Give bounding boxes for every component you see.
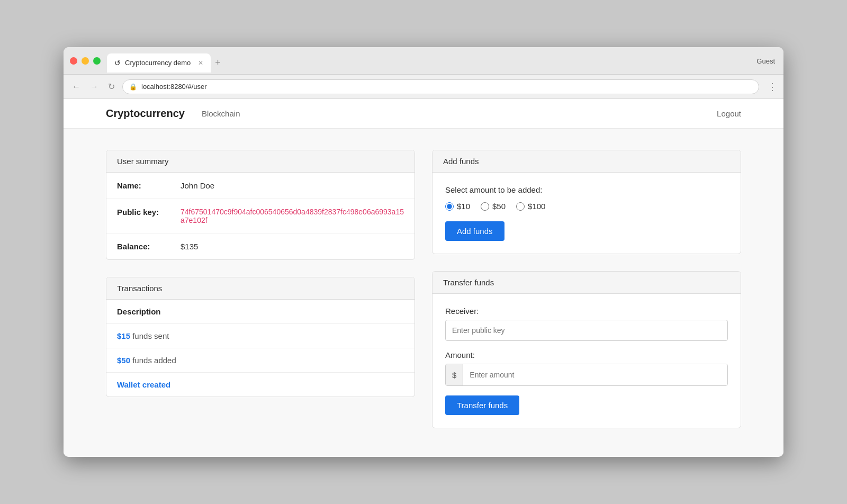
transactions-body: Description $15 funds sent $50 funds add… [106,300,415,397]
name-value: John Doe [181,181,214,190]
transfer-funds-card: Transfer funds Receiver: Amount: $ [432,271,741,428]
dollar-prefix: $ [446,364,463,385]
balance-value: $135 [181,242,198,251]
guest-label: Guest [756,57,775,65]
public-key-value: 74f67501470c9f904afc006540656d0a4839f283… [181,208,404,224]
name-row: Name: John Doe [106,173,415,199]
app-content: User summary Name: John Doe Public key: … [64,129,783,457]
reload-button[interactable]: ↻ [106,79,117,94]
transactions-header: Transactions [106,277,415,300]
balance-label: Balance: [117,242,181,251]
add-funds-card: Add funds Select amount to be added: $10… [432,150,741,254]
tx-amount-1: $50 [117,356,130,365]
traffic-lights [70,57,101,65]
address-bar: ← → ↻ 🔒 localhost:8280/#/user ⋮ [64,75,783,99]
select-amount-label: Select amount to be added: [445,185,728,194]
app-header: Cryptocurrency Blockchain Logout [64,99,783,129]
receiver-input[interactable] [445,320,728,341]
left-column: User summary Name: John Doe Public key: … [106,150,415,428]
app-title: Cryptocurrency [106,107,185,120]
radio-label-50: $50 [492,202,506,211]
user-summary-card: User summary Name: John Doe Public key: … [106,150,415,260]
user-summary-body: Name: John Doe Public key: 74f67501470c9… [106,173,415,259]
amount-group: Amount: $ [445,350,728,386]
radio-10[interactable] [445,202,454,211]
radio-label-100: $100 [528,202,545,211]
new-tab-button[interactable]: + [215,57,221,68]
add-funds-button[interactable]: Add funds [445,221,504,241]
minimize-button[interactable] [82,57,89,65]
tx-amount-0: $15 [117,331,130,340]
radio-option-10[interactable]: $10 [445,202,470,211]
browser-tab[interactable]: ↺ Cryptocurrency demo ✕ [107,53,211,73]
name-label: Name: [117,181,181,190]
public-key-row: Public key: 74f67501470c9f904afc00654065… [106,199,415,233]
forward-button[interactable]: → [88,80,101,94]
amount-label: Amount: [445,350,728,359]
radio-100[interactable] [516,202,525,211]
url-text: localhost:8280/#/user [141,83,207,91]
transaction-row-1: $50 funds added [106,348,415,373]
browser-window: ↺ Cryptocurrency demo ✕ + Guest ← → ↻ 🔒 … [64,47,783,457]
transfer-funds-body: Receiver: Amount: $ Transfer funds [432,294,741,428]
right-column: Add funds Select amount to be added: $10… [432,150,741,428]
add-funds-header: Add funds [432,150,741,173]
transactions-card: Transactions Description $15 funds sent … [106,277,415,397]
transaction-row-2: Wallet created [106,373,415,397]
transfer-funds-button[interactable]: Transfer funds [445,395,519,415]
radio-label-10: $10 [457,202,470,211]
close-button[interactable] [70,57,77,65]
tx-desc-1: funds added [132,356,176,365]
amount-input-wrap: $ [445,364,728,386]
public-key-label: Public key: [117,208,181,217]
radio-50[interactable] [481,202,489,211]
balance-row: Balance: $135 [106,233,415,259]
logout-button[interactable]: Logout [717,109,741,118]
maximize-button[interactable] [93,57,101,65]
tab-favicon: ↺ [114,59,121,67]
transfer-funds-header: Transfer funds [432,272,741,294]
amount-input[interactable] [463,364,727,385]
radio-option-100[interactable]: $100 [516,202,545,211]
receiver-label: Receiver: [445,307,728,316]
amount-radio-group: $10 $50 $100 [445,202,728,211]
title-bar: ↺ Cryptocurrency demo ✕ + Guest [64,47,783,75]
add-funds-body: Select amount to be added: $10 $50 [432,173,741,254]
radio-option-50[interactable]: $50 [481,202,506,211]
tab-close-icon[interactable]: ✕ [198,59,203,67]
user-summary-header: User summary [106,150,415,173]
content-grid: User summary Name: John Doe Public key: … [106,150,741,428]
lock-icon: 🔒 [129,83,137,91]
tx-wallet-created: Wallet created [117,380,170,389]
browser-menu-icon[interactable]: ⋮ [768,81,777,93]
tab-title: Cryptocurrency demo [125,59,191,67]
url-bar[interactable]: 🔒 localhost:8280/#/user [122,79,759,94]
transactions-description-header: Description [106,300,415,324]
receiver-group: Receiver: [445,307,728,341]
tx-desc-0: funds sent [132,331,169,340]
transaction-row-0: $15 funds sent [106,324,415,348]
back-button[interactable]: ← [70,80,83,94]
nav-blockchain[interactable]: Blockchain [202,109,240,118]
